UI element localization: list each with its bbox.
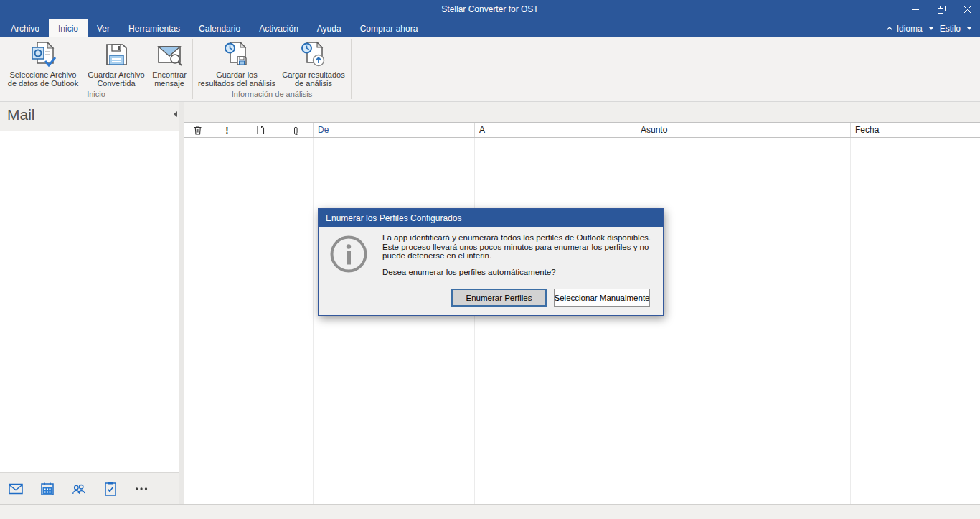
select-outlook-file-button[interactable]: Seleccione Archivo de datos de Outlook [0, 37, 86, 88]
style-menu[interactable]: Estilo [940, 24, 961, 34]
dialog-question: Desea enumerar los perfiles automáticame… [382, 268, 556, 276]
enumerate-profiles-dialog: Enumerar los Perfiles Configurados La ap… [318, 208, 664, 316]
sidebar-header: Mail [0, 102, 179, 131]
dialog-buttons: Enumerar Perfiles Seleccionar Manualment… [451, 289, 650, 307]
ribbon-separator [351, 39, 352, 99]
attachment-icon [291, 125, 301, 135]
column-attachment[interactable] [278, 123, 314, 137]
save-converted-file-button[interactable]: Guardar Archivo Convertida [86, 37, 146, 88]
tasks-nav-icon[interactable] [103, 481, 118, 497]
tab-ver[interactable]: Ver [88, 19, 119, 37]
collapse-sidebar-icon[interactable] [174, 111, 177, 117]
minimize-button[interactable] [903, 0, 928, 19]
style-dropdown-icon[interactable] [967, 27, 971, 30]
titlebar: Stellar Converter for OST [0, 0, 980, 19]
table-header: ! De A Asunto Fecha [184, 122, 980, 138]
column-fecha[interactable]: Fecha [851, 123, 980, 137]
ribbon-group-analisis: Guardar los resultados del análisis [193, 37, 351, 101]
language-dropdown-icon[interactable] [929, 27, 933, 30]
statusbar [0, 504, 980, 519]
column-importance[interactable]: ! [212, 123, 242, 137]
menu-right: Idioma Estilo [886, 19, 974, 37]
load-analysis-icon [300, 39, 327, 70]
tab-archivo[interactable]: Archivo [1, 19, 49, 37]
tab-comprar-ahora[interactable]: Comprar ahora [351, 19, 428, 37]
trash-icon [193, 125, 202, 135]
close-button[interactable] [954, 0, 980, 19]
tab-calendario[interactable]: Calendario [189, 19, 250, 37]
select-manually-button[interactable]: Seleccionar Manualmente [554, 289, 650, 307]
load-analysis-button[interactable]: Cargar resultados de análisis [278, 37, 349, 88]
people-nav-icon[interactable] [71, 481, 87, 497]
message-list-body [184, 138, 980, 504]
message-list-top-strip [184, 102, 980, 122]
app-window: Stellar Converter for OST Archivo Inicio… [0, 0, 980, 519]
save-analysis-icon [223, 39, 250, 70]
collapse-ribbon-icon[interactable] [886, 26, 893, 32]
menu-tabs: Archivo Inicio Ver Herramientas Calendar… [0, 19, 427, 37]
column-type[interactable] [242, 123, 278, 137]
restore-button[interactable] [928, 0, 954, 19]
save-file-icon [103, 39, 130, 70]
info-icon [330, 235, 367, 276]
window-controls [903, 0, 980, 19]
document-icon [255, 125, 265, 135]
window-title: Stellar Converter for OST [0, 0, 980, 19]
find-message-button[interactable]: Encontrar mensaje [146, 37, 192, 88]
enumerate-profiles-button[interactable]: Enumerar Perfiles [451, 289, 547, 307]
mail-nav-icon[interactable] [8, 481, 24, 497]
column-a[interactable]: A [475, 123, 636, 137]
sidebar: Mail [0, 102, 179, 504]
ribbon-group-label-inicio: Inicio [0, 90, 192, 101]
dialog-title: Enumerar los Perfiles Configurados [326, 213, 461, 223]
ribbon-group-inicio: Seleccione Archivo de datos de Outlook G… [0, 37, 192, 101]
ribbon-group-label-analisis: Información de análisis [193, 90, 351, 101]
ribbon: Seleccione Archivo de datos de Outlook G… [0, 37, 980, 102]
more-nav-icon[interactable] [134, 481, 150, 497]
column-asunto[interactable]: Asunto [636, 123, 851, 137]
calendar-nav-icon[interactable] [39, 481, 55, 497]
language-menu[interactable]: Idioma [897, 24, 923, 34]
tab-ayuda[interactable]: Ayuda [308, 19, 351, 37]
dialog-message: La app identificará y enumerará todos lo… [382, 233, 651, 261]
sidebar-footer [0, 472, 179, 504]
column-delete[interactable] [184, 123, 212, 137]
sidebar-tree[interactable] [0, 131, 179, 472]
outlook-file-icon [29, 39, 57, 70]
tab-activacion[interactable]: Activación [250, 19, 308, 37]
menubar: Archivo Inicio Ver Herramientas Calendar… [0, 19, 980, 37]
save-analysis-button[interactable]: Guardar los resultados del análisis [195, 37, 278, 88]
dialog-titlebar: Enumerar los Perfiles Configurados [319, 209, 663, 227]
tab-herramientas[interactable]: Herramientas [119, 19, 189, 37]
dialog-body: La app identificará y enumerará todos lo… [319, 227, 663, 315]
column-de[interactable]: De [314, 123, 475, 137]
find-message-icon [156, 39, 183, 70]
tab-inicio[interactable]: Inicio [49, 19, 88, 37]
sidebar-title: Mail [7, 106, 35, 123]
